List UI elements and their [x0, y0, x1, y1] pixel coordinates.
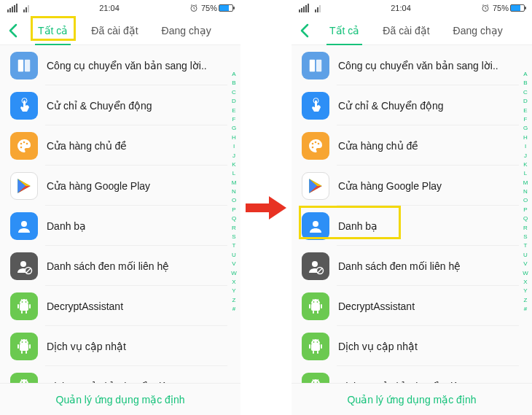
- index-letter[interactable]: E: [523, 106, 527, 115]
- index-letter[interactable]: Q: [232, 214, 236, 223]
- index-letter[interactable]: F: [524, 115, 528, 124]
- index-letter[interactable]: #: [524, 305, 527, 314]
- index-letter[interactable]: T: [232, 241, 236, 250]
- index-letter[interactable]: S: [232, 233, 235, 241]
- svg-point-59: [312, 142, 314, 144]
- tab-0[interactable]: Tất cả: [318, 16, 371, 45]
- footer-button[interactable]: Quản lý ứng dụng mặc định: [0, 383, 240, 415]
- back-button[interactable]: [0, 16, 26, 45]
- app-row-6[interactable]: DecryptAssistant: [292, 286, 519, 326]
- app-row-6[interactable]: DecryptAssistant: [0, 286, 227, 326]
- tab-2[interactable]: Đang chạy: [150, 16, 223, 45]
- index-letter[interactable]: X: [232, 278, 235, 287]
- svg-point-78: [317, 341, 318, 343]
- index-letter[interactable]: N: [232, 187, 236, 196]
- index-letter[interactable]: L: [232, 169, 235, 178]
- app-row-5[interactable]: Danh sách đen mối liên hệ: [292, 246, 519, 286]
- index-letter[interactable]: Z: [524, 296, 528, 305]
- index-letter[interactable]: E: [232, 106, 235, 115]
- app-row-1[interactable]: Cử chỉ & Chuyển động: [0, 85, 227, 125]
- index-letter[interactable]: C: [232, 88, 236, 97]
- app-row-5[interactable]: Danh sách đen mối liên hệ: [0, 246, 227, 286]
- index-strip[interactable]: ABCDEFGHIJKLMNOPQRSTUVWXYZ#: [229, 48, 239, 386]
- index-letter[interactable]: O: [232, 196, 236, 205]
- index-letter[interactable]: J: [232, 152, 235, 160]
- index-letter[interactable]: T: [524, 241, 528, 250]
- index-letter[interactable]: A: [523, 70, 527, 79]
- index-letter[interactable]: B: [523, 79, 527, 88]
- index-letter[interactable]: M: [523, 179, 528, 187]
- index-letter[interactable]: G: [523, 124, 528, 133]
- app-label: Cửa hàng Google Play: [338, 180, 442, 192]
- index-letter[interactable]: N: [523, 187, 528, 196]
- index-letter[interactable]: Y: [232, 287, 235, 295]
- footer-button[interactable]: Quản lý ứng dụng mặc định: [292, 383, 532, 415]
- index-letter[interactable]: C: [523, 88, 528, 97]
- app-row-0[interactable]: Công cụ chuyển văn bản sang lời..: [0, 45, 227, 85]
- app-row-3[interactable]: Cửa hàng Google Play: [292, 166, 519, 206]
- index-letter[interactable]: R: [523, 224, 528, 233]
- app-label: DecryptAssistant: [47, 300, 123, 312]
- app-row-1[interactable]: Cử chỉ & Chuyển động: [292, 85, 519, 125]
- index-letter[interactable]: Q: [523, 214, 528, 223]
- index-letter[interactable]: V: [232, 260, 235, 268]
- app-row-2[interactable]: Cửa hàng chủ đề: [292, 125, 519, 166]
- index-letter[interactable]: U: [232, 251, 236, 260]
- index-letter[interactable]: P: [232, 206, 235, 214]
- index-letter[interactable]: B: [232, 79, 235, 88]
- signal-icon: [299, 4, 321, 12]
- index-letter[interactable]: R: [232, 224, 236, 233]
- index-letter[interactable]: P: [523, 206, 527, 214]
- back-button[interactable]: [292, 16, 318, 45]
- app-row-3[interactable]: Cửa hàng Google Play: [0, 166, 227, 206]
- index-letter[interactable]: W: [231, 269, 237, 278]
- index-letter[interactable]: K: [523, 160, 527, 169]
- index-strip[interactable]: ABCDEFGHIJKLMNOPQRSTUVWXYZ#: [520, 48, 531, 386]
- footer-label: Quản lý ứng dụng mặc định: [56, 394, 185, 406]
- index-letter[interactable]: V: [523, 260, 527, 268]
- app-label: Danh bạ: [338, 220, 378, 232]
- index-letter[interactable]: J: [524, 152, 527, 160]
- index-letter[interactable]: #: [232, 305, 235, 314]
- index-letter[interactable]: W: [523, 269, 528, 278]
- app-list[interactable]: Công cụ chuyển văn bản sang lời..Cử chỉ …: [0, 45, 240, 406]
- index-letter[interactable]: H: [523, 133, 528, 142]
- app-row-4[interactable]: Danh bạ: [0, 206, 227, 246]
- svg-rect-9: [18, 59, 23, 71]
- tab-1[interactable]: Đã cài đặt: [371, 16, 441, 45]
- index-letter[interactable]: O: [523, 196, 528, 205]
- index-letter[interactable]: U: [523, 251, 528, 260]
- index-letter[interactable]: Y: [523, 287, 527, 295]
- tab-2[interactable]: Đang chạy: [442, 16, 515, 45]
- app-label: Danh sách đen mối liên hệ: [338, 260, 461, 272]
- index-letter[interactable]: D: [523, 97, 528, 106]
- index-letter[interactable]: X: [523, 278, 527, 287]
- index-letter[interactable]: G: [232, 124, 236, 133]
- app-row-0[interactable]: Công cụ chuyển văn bản sang lời..: [292, 45, 519, 85]
- index-letter[interactable]: H: [232, 133, 236, 142]
- index-letter[interactable]: M: [232, 179, 237, 187]
- index-letter[interactable]: F: [232, 115, 236, 124]
- svg-point-30: [22, 341, 23, 343]
- index-letter[interactable]: I: [233, 142, 235, 151]
- index-letter[interactable]: Z: [232, 296, 236, 305]
- svg-rect-52: [315, 9, 316, 12]
- tab-0[interactable]: Tất cả: [26, 16, 79, 45]
- index-letter[interactable]: D: [232, 97, 236, 106]
- index-letter[interactable]: A: [232, 70, 235, 79]
- svg-rect-72: [313, 311, 314, 314]
- app-row-7[interactable]: Dịch vụ cập nhật: [0, 326, 227, 366]
- app-list[interactable]: Công cụ chuyển văn bản sang lời..Cử chỉ …: [292, 45, 532, 406]
- svg-rect-1: [9, 8, 11, 12]
- index-letter[interactable]: K: [232, 160, 235, 169]
- app-row-7[interactable]: Dịch vụ cập nhật: [292, 326, 519, 366]
- app-row-4[interactable]: Danh bạ: [292, 206, 519, 246]
- index-letter[interactable]: L: [524, 169, 527, 178]
- svg-rect-57: [316, 59, 321, 71]
- index-letter[interactable]: S: [523, 233, 527, 241]
- app-row-2[interactable]: Cửa hàng chủ đề: [0, 125, 227, 166]
- tab-1[interactable]: Đã cài đặt: [79, 16, 149, 45]
- index-letter[interactable]: I: [525, 142, 526, 151]
- battery-pct: 75%: [201, 4, 217, 12]
- svg-point-61: [318, 142, 320, 144]
